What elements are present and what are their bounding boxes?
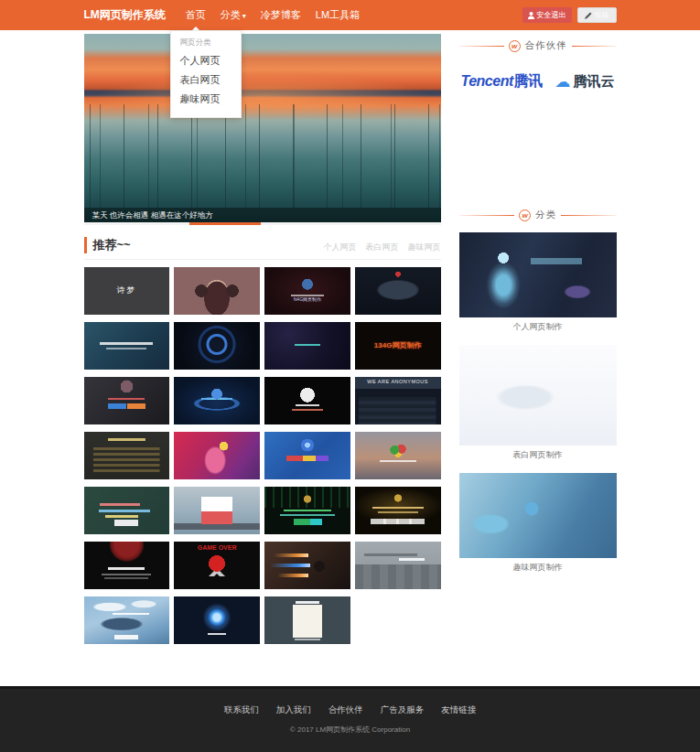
divider-line	[459, 215, 515, 216]
tencent-logo-cn: 腾讯	[514, 73, 543, 89]
nav-item-home[interactable]: 首页	[178, 0, 213, 30]
thumbnail[interactable]	[355, 432, 441, 479]
tencent-logo-en: Tencent	[461, 73, 513, 89]
thumbnail-label: WE ARE ANONYMOUS	[357, 379, 439, 385]
category-card[interactable]: 趣味网页制作	[459, 473, 617, 575]
dropdown-menu-item[interactable]: 表白网页	[180, 70, 232, 90]
thumbnail[interactable]	[174, 267, 260, 315]
logout-button[interactable]: 安全退出	[522, 7, 572, 23]
thumbnail[interactable]	[84, 432, 170, 479]
hero-photo-detail	[84, 104, 441, 208]
divider-line	[572, 46, 617, 47]
category-card[interactable]: 表白网页制作	[459, 345, 617, 462]
thumbnail[interactable]	[84, 322, 170, 370]
thumbnail[interactable]	[84, 377, 170, 424]
categories-section: w 分类 个人网页制作 表白网页制作	[459, 203, 617, 575]
category-card-caption: 趣味网页制作	[459, 560, 617, 575]
dropdown-title: 网页分类	[180, 38, 232, 48]
thumbnail[interactable]	[264, 432, 350, 479]
partners-title: 合作伙伴	[525, 39, 567, 52]
footer-link[interactable]: 友情链接	[441, 704, 476, 716]
recommend-category-link[interactable]: 趣味网页	[408, 242, 441, 253]
thumbnail[interactable]	[174, 432, 260, 479]
thumbnail[interactable]	[174, 322, 260, 370]
nav-item-toolbox-label: LM工具箱	[316, 9, 360, 20]
tencent-cloud-logo[interactable]: ☁ 腾讯云	[555, 73, 615, 91]
logout-button-label: 安全退出	[537, 10, 566, 20]
category-card-image	[459, 473, 617, 558]
main-column: 某天 也许会相遇 相遇在这个好地方 推荐~~ 个人网页 表白网页 趣味网页 诗梦	[84, 34, 441, 644]
category-cards: 个人网页制作 表白网页制作 趣味网页制作	[459, 232, 617, 575]
category-card-image	[459, 345, 617, 446]
recommend-title: 推荐~~	[84, 237, 131, 253]
nav-item-toolbox[interactable]: LM工具箱	[308, 0, 367, 30]
footer-links: 联系我们 加入我们 合作伙伴 广告及服务 友情链接	[0, 704, 700, 716]
thumbnail[interactable]	[174, 596, 260, 644]
footer-link[interactable]: 联系我们	[224, 704, 259, 716]
thumbnail[interactable]	[84, 542, 170, 589]
carousel-track	[84, 222, 441, 225]
nav-item-category[interactable]: 分类▾	[213, 0, 253, 30]
thumbnail[interactable]	[84, 596, 170, 644]
footer-link[interactable]: 加入我们	[276, 704, 311, 716]
category-dropdown-menu: 网页分类 个人网页 表白网页 趣味网页	[170, 30, 242, 118]
category-card-caption: 表白网页制作	[459, 447, 617, 462]
dropdown-menu-item[interactable]: 趣味网页	[180, 90, 232, 109]
thumbnail[interactable]	[174, 377, 260, 424]
thumbnail-grid: 诗梦 N4G网页制作	[84, 267, 441, 644]
categories-header: w 分类	[459, 203, 617, 221]
nav-item-blog[interactable]: 冷梦博客	[253, 0, 308, 30]
hero-carousel-slide[interactable]: 某天 也许会相遇 相遇在这个好地方	[84, 34, 441, 222]
lm-logo-icon: w	[519, 209, 531, 221]
recommend-category-links: 个人网页 表白网页 趣味网页	[324, 242, 441, 253]
hero-caption: 某天 也许会相遇 相遇在这个好地方	[84, 208, 441, 222]
top-navbar: LM网页制作系统 首页 分类▾ 冷梦博客 LM工具箱 安全退出 投稿	[0, 0, 700, 30]
thumbnail[interactable]: WE ARE ANONYMOUS	[355, 377, 441, 424]
thumbnail-label: GAME OVER	[176, 544, 258, 553]
thumbnail[interactable]	[264, 487, 350, 534]
thumbnail[interactable]	[174, 487, 260, 534]
post-button-label: 投稿	[595, 10, 609, 20]
thumbnail[interactable]	[355, 487, 441, 534]
tencent-logo[interactable]: Tencent腾讯	[461, 72, 543, 91]
thumbnail[interactable]	[355, 542, 441, 589]
thumbnail[interactable]: 134G网页制作	[355, 322, 441, 370]
thumbnail-label: N4G网页制作	[266, 296, 349, 302]
post-button[interactable]: 投稿	[577, 7, 617, 23]
category-card-image	[459, 232, 617, 317]
lm-logo-icon: w	[509, 40, 521, 52]
category-card-caption: 个人网页制作	[459, 319, 617, 334]
thumbnail[interactable]	[84, 487, 170, 534]
divider-line	[561, 215, 617, 216]
chevron-down-icon: ▾	[242, 12, 246, 20]
thumbnail[interactable]: N4G网页制作	[264, 267, 350, 315]
partner-logos: Tencent腾讯 ☁ 腾讯云	[459, 72, 617, 91]
user-icon	[528, 12, 534, 19]
footer-link[interactable]: 合作伙伴	[328, 704, 363, 716]
category-card[interactable]: 个人网页制作	[459, 232, 617, 334]
thumbnail[interactable]: GAME OVER	[174, 542, 260, 589]
recommend-category-link[interactable]: 表白网页	[366, 242, 399, 253]
recommend-category-link[interactable]: 个人网页	[324, 242, 357, 253]
page-footer: 联系我们 加入我们 合作伙伴 广告及服务 友情链接 © 2017 LM网页制作系…	[0, 686, 700, 752]
content-container: 网页分类 个人网页 表白网页 趣味网页 某天 也许会相遇 相遇在这个好地方 推荐…	[84, 34, 617, 644]
pencil-icon	[585, 12, 592, 19]
carousel-progress-indicator[interactable]	[189, 222, 261, 225]
thumbnail[interactable]	[355, 267, 441, 315]
nav-item-home-label: 首页	[186, 9, 206, 20]
thumbnail[interactable]: 诗梦	[84, 267, 170, 315]
footer-link[interactable]: 广告及服务	[381, 704, 425, 716]
thumbnail[interactable]	[264, 322, 350, 370]
tencent-cloud-label: 腾讯云	[574, 73, 615, 91]
thumbnail[interactable]	[264, 542, 350, 589]
sidebar-column: w 合作伙伴 Tencent腾讯 ☁ 腾讯云 w 分类	[459, 34, 617, 644]
thumbnail-label: 134G网页制作	[357, 341, 439, 350]
copyright-text: © 2017 LM网页制作系统 Corporation	[0, 725, 700, 735]
thumbnail[interactable]	[264, 596, 350, 644]
nav-item-category-label: 分类	[221, 9, 241, 20]
recommend-header: 推荐~~ 个人网页 表白网页 趣味网页	[84, 237, 441, 260]
partners-header: w 合作伙伴	[459, 34, 617, 52]
dropdown-menu-item[interactable]: 个人网页	[180, 51, 232, 70]
brand-title[interactable]: LM网页制作系统	[84, 7, 166, 23]
thumbnail[interactable]	[264, 377, 350, 424]
